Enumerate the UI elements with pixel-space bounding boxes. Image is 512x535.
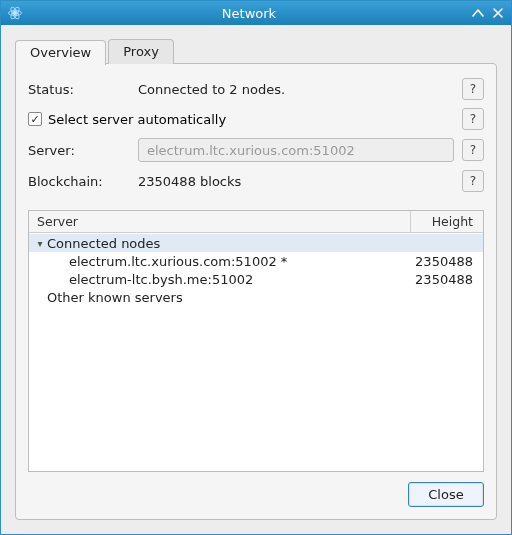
- help-status-button[interactable]: ?: [462, 78, 484, 100]
- status-label: Status:: [28, 82, 138, 97]
- tree-item-server: electrum.ltc.xurious.com:51002 *: [69, 254, 411, 269]
- window-title: Network: [27, 6, 471, 21]
- tree-item[interactable]: electrum.ltc.xurious.com:51002 * 2350488: [29, 252, 483, 270]
- tab-bar: Overview Proxy: [15, 39, 497, 64]
- close-button-label: Close: [428, 487, 463, 502]
- server-label: Server:: [28, 143, 138, 158]
- help-blockchain-button[interactable]: ?: [462, 170, 484, 192]
- close-icon[interactable]: [491, 6, 505, 20]
- roll-up-icon[interactable]: [471, 6, 485, 20]
- tree-group-connected[interactable]: ▾ Connected nodes: [29, 234, 483, 252]
- server-input[interactable]: [138, 138, 454, 162]
- electrum-app-icon: [7, 5, 23, 21]
- tree-group-label: Connected nodes: [47, 236, 411, 251]
- tree-item-server: electrum-ltc.bysh.me:51002: [69, 272, 411, 287]
- blockchain-value: 2350488 blocks: [138, 174, 454, 189]
- tab-proxy[interactable]: Proxy: [108, 39, 174, 64]
- server-tree[interactable]: Server Height ▾ Connected nodes electrum…: [28, 210, 484, 472]
- tree-item[interactable]: electrum-ltc.bysh.me:51002 2350488: [29, 270, 483, 288]
- help-server-button[interactable]: ?: [462, 139, 484, 161]
- tab-label: Overview: [30, 45, 91, 60]
- close-button[interactable]: Close: [408, 482, 484, 507]
- question-mark-icon: ?: [470, 82, 476, 96]
- dialog-content: Overview Proxy Status: Connected to 2 no…: [1, 25, 511, 534]
- tree-group-label: Other known servers: [47, 290, 411, 305]
- auto-select-label: Select server automatically: [48, 112, 226, 127]
- question-mark-icon: ?: [470, 174, 476, 188]
- auto-select-checkbox[interactable]: ✓ Select server automatically: [28, 112, 454, 127]
- status-value: Connected to 2 nodes.: [138, 82, 454, 97]
- column-server[interactable]: Server: [29, 211, 411, 232]
- tree-body: ▾ Connected nodes electrum.ltc.xurious.c…: [29, 233, 483, 471]
- chevron-down-icon[interactable]: ▾: [33, 238, 47, 249]
- tab-label: Proxy: [123, 44, 159, 59]
- tree-item-height: 2350488: [411, 254, 483, 269]
- tab-overview[interactable]: Overview: [15, 40, 106, 65]
- question-mark-icon: ?: [470, 112, 476, 126]
- titlebar: Network: [1, 1, 511, 25]
- button-row: Close: [28, 472, 484, 507]
- question-mark-icon: ?: [470, 143, 476, 157]
- network-dialog: Network Overview Proxy Status: Connected…: [0, 0, 512, 535]
- tree-group-other[interactable]: Other known servers: [29, 288, 483, 306]
- tree-item-height: 2350488: [411, 272, 483, 287]
- help-autoselect-button[interactable]: ?: [462, 108, 484, 130]
- checkbox-checked-icon: ✓: [28, 112, 42, 126]
- blockchain-label: Blockchain:: [28, 174, 138, 189]
- tree-header: Server Height: [29, 211, 483, 233]
- overview-panel: Status: Connected to 2 nodes. ? ✓ Select…: [15, 63, 497, 520]
- column-height[interactable]: Height: [411, 211, 483, 232]
